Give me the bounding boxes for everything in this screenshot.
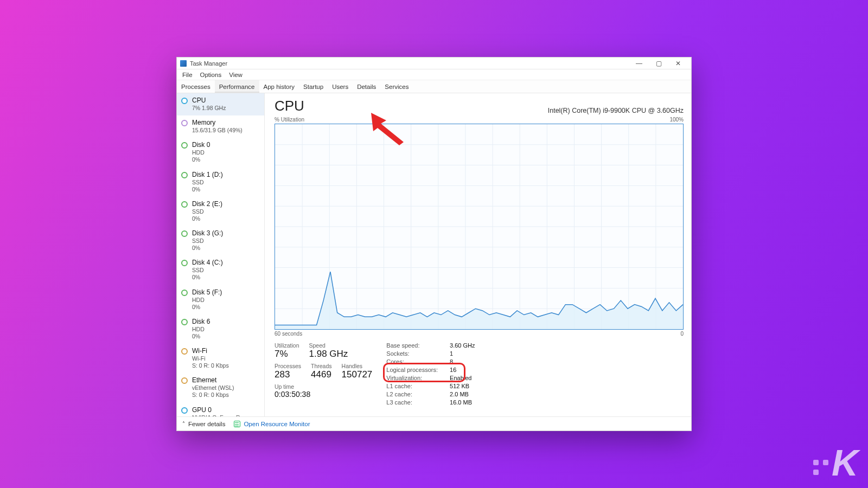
sidebar-item-cpu[interactable]: CPU7% 1.98 GHz (177, 93, 264, 115)
spec-value: 3.60 GHz (450, 342, 475, 349)
sidebar-item-title: CPU (192, 97, 260, 104)
sidebar-item-sub: NVIDIA GeForce R... (192, 414, 260, 417)
chart-xlabel-right: 0 (680, 331, 684, 337)
activity-ring-icon (181, 142, 188, 149)
sidebar-item-sub: Wi-FiS: 0 R: 0 Kbps (192, 355, 260, 369)
sidebar-item-disk-6[interactable]: Disk 6HDD0% (177, 314, 264, 344)
tabs-bar: Processes Performance App history Startu… (177, 80, 691, 93)
spec-key: Logical processors: (386, 367, 438, 373)
spec-key: L1 cache: (386, 383, 438, 389)
sidebar-item-title: Memory (192, 119, 260, 126)
sidebar-item-title: Disk 1 (D:) (192, 171, 260, 178)
tab-app-history[interactable]: App history (259, 80, 299, 93)
sidebar-item-disk-3-g-[interactable]: Disk 3 (G:)SSD0% (177, 226, 264, 255)
watermark: K (813, 441, 857, 484)
close-button[interactable]: ✕ (668, 57, 688, 69)
sidebar-item-sub: vEthernet (WSL)S: 0 R: 0 Kbps (192, 384, 260, 399)
activity-ring-icon (181, 290, 188, 296)
sidebar-item-sub: 15.6/31.9 GB (49%) (192, 127, 260, 134)
activity-ring-icon (181, 120, 188, 126)
stat-uptime: Up time 0:03:50:38 (275, 383, 372, 399)
spec-value: 8 (450, 358, 475, 365)
spec-key: Virtualization: (386, 375, 438, 381)
sidebar-item-memory[interactable]: Memory15.6/31.9 GB (49%) (177, 115, 264, 138)
sidebar-item-wi-fi[interactable]: Wi-FiWi-FiS: 0 R: 0 Kbps (177, 344, 264, 373)
perf-sidebar: CPU7% 1.98 GHzMemory15.6/31.9 GB (49%)Di… (177, 93, 265, 416)
spec-value: 16 (450, 367, 475, 373)
chevron-up-icon: ˄ (182, 421, 185, 427)
cpu-spec-table: Base speed:3.60 GHzSockets:1Cores:8Logic… (386, 342, 475, 406)
activity-ring-icon (181, 172, 188, 178)
menu-view[interactable]: View (226, 70, 246, 79)
sidebar-item-title: Disk 0 (192, 141, 260, 149)
stat-speed: Speed 1.98 GHz (309, 342, 348, 359)
sidebar-item-disk-1-d-[interactable]: Disk 1 (D:)SSD0% (177, 168, 264, 197)
sidebar-item-sub: SSD0% (192, 179, 260, 193)
sidebar-item-disk-5-f-[interactable]: Disk 5 (F:)HDD0% (177, 285, 264, 314)
spec-key: Sockets: (386, 350, 438, 357)
perf-main: CPU Intel(R) Core(TM) i9-9900K CPU @ 3.6… (265, 93, 691, 416)
sidebar-item-title: Wi-Fi (192, 347, 260, 355)
cpu-model: Intel(R) Core(TM) i9-9900K CPU @ 3.60GHz (548, 107, 684, 114)
activity-ring-icon (181, 377, 188, 384)
tab-users[interactable]: Users (328, 80, 353, 93)
sidebar-item-disk-0[interactable]: Disk 0HDD0% (177, 138, 264, 167)
stat-utilization: Utilization 7% (275, 342, 299, 359)
activity-ring-icon (181, 98, 188, 104)
sidebar-item-disk-4-c-[interactable]: Disk 4 (C:)SSD0% (177, 255, 264, 285)
open-resource-monitor-link[interactable]: Open Resource Monitor (234, 421, 310, 427)
sidebar-item-title: Disk 4 (C:) (192, 259, 260, 266)
spec-key: Cores: (386, 358, 438, 365)
activity-ring-icon (181, 230, 188, 237)
tab-services[interactable]: Services (380, 80, 413, 93)
sidebar-item-title: Ethernet (192, 376, 260, 384)
sidebar-item-sub: 7% 1.98 GHz (192, 105, 260, 112)
monitor-icon (234, 421, 240, 427)
sidebar-item-sub: SSD0% (192, 267, 260, 281)
cpu-stats: Utilization 7% Speed 1.98 GHz Processes … (275, 342, 684, 406)
sidebar-item-sub: SSD0% (192, 237, 260, 252)
spec-value: 512 KB (450, 383, 475, 389)
window-title: Task Manager (190, 60, 629, 67)
activity-ring-icon (181, 260, 188, 266)
activity-ring-icon (181, 348, 188, 355)
spec-value: Enabled (450, 375, 475, 381)
chart-ylabel: % Utilization (275, 117, 304, 123)
sidebar-item-ethernet[interactable]: EthernetvEthernet (WSL)S: 0 R: 0 Kbps (177, 373, 264, 402)
fewer-details-button[interactable]: ˄ Fewer details (182, 421, 225, 427)
spec-value: 1 (450, 350, 475, 357)
tab-performance[interactable]: Performance (215, 80, 259, 93)
menu-file[interactable]: File (179, 70, 196, 79)
chart-xlabel-left: 60 seconds (275, 331, 302, 337)
spec-key: Base speed: (386, 342, 438, 349)
tab-startup[interactable]: Startup (299, 80, 328, 93)
sidebar-item-title: Disk 2 (E:) (192, 200, 260, 208)
tab-details[interactable]: Details (353, 80, 380, 93)
task-manager-window: Task Manager — ▢ ✕ File Options View Pro… (176, 57, 692, 431)
main-heading: CPU (275, 98, 304, 114)
menu-options[interactable]: Options (197, 70, 225, 79)
stat-handles: Handles 150727 (342, 363, 373, 380)
sidebar-item-disk-2-e-[interactable]: Disk 2 (E:)SSD0% (177, 197, 264, 226)
maximize-button[interactable]: ▢ (649, 57, 668, 69)
sidebar-item-title: Disk 3 (G:) (192, 229, 260, 237)
spec-value: 2.0 MB (450, 391, 475, 397)
cpu-utilization-chart (275, 124, 684, 330)
sidebar-item-title: GPU 0 (192, 406, 260, 414)
sidebar-item-gpu-0[interactable]: GPU 0NVIDIA GeForce R... (177, 403, 264, 417)
activity-ring-icon (181, 201, 188, 208)
footer: ˄ Fewer details Open Resource Monitor (177, 416, 691, 431)
sidebar-item-title: Disk 6 (192, 318, 260, 325)
sidebar-item-title: Disk 5 (F:) (192, 288, 260, 296)
sidebar-item-sub: HDD0% (192, 149, 260, 163)
stat-threads: Threads 4469 (311, 363, 332, 380)
minimize-button[interactable]: — (629, 57, 649, 69)
stat-processes: Processes 283 (275, 363, 301, 380)
tab-processes[interactable]: Processes (177, 80, 215, 93)
spec-key: L3 cache: (386, 399, 438, 406)
spec-key: L2 cache: (386, 391, 438, 397)
chart-ymax: 100% (669, 117, 684, 123)
menubar: File Options View (177, 69, 691, 80)
activity-ring-icon (181, 319, 188, 325)
sidebar-item-sub: HDD0% (192, 297, 260, 311)
